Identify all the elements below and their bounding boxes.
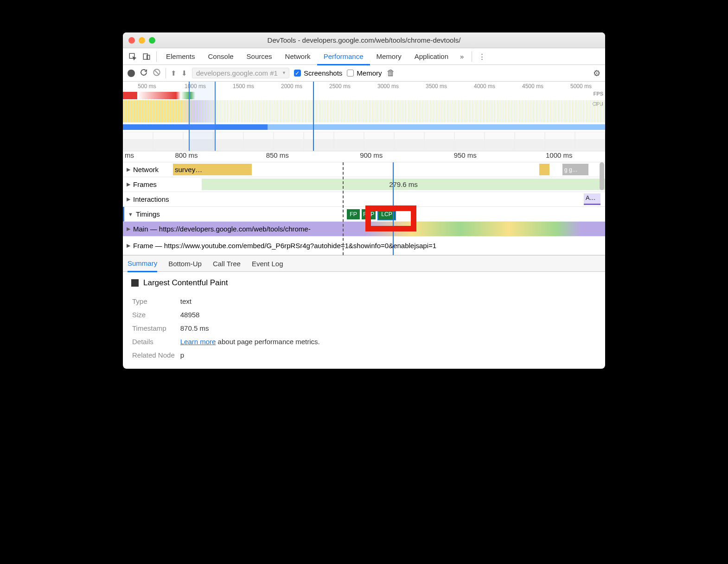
detail-ruler: ms 800 ms 850 ms 900 ms 950 ms 1000 ms — [123, 151, 605, 162]
interactions-track-label: Interactions — [133, 195, 169, 203]
inspect-icon[interactable] — [126, 50, 140, 64]
fullscreen-icon[interactable] — [149, 37, 155, 44]
timings-track[interactable]: ▼ Timings FP FCP LCP — [123, 207, 605, 222]
frame-duration-bar[interactable]: 279.6 ms — [202, 179, 605, 190]
playhead[interactable] — [393, 162, 394, 255]
chevron-right-icon: ▶ — [127, 243, 130, 249]
panel-tabs: Elements Console Sources Network Perform… — [123, 48, 605, 65]
save-profile-icon[interactable]: ⬇ — [181, 69, 187, 77]
fcp-marker[interactable]: FCP — [362, 209, 376, 219]
chevron-right-icon: ▶ — [127, 167, 130, 173]
tab-memory[interactable]: Memory — [370, 48, 408, 65]
tab-call-tree[interactable]: Call Tree — [213, 255, 241, 272]
separator — [472, 51, 472, 62]
memory-label: Memory — [357, 69, 382, 77]
main-track[interactable]: ▶ Main — https://developers.google.com/w… — [123, 222, 605, 237]
timings-track-label: Timings — [136, 210, 160, 218]
devtools-window: DevTools - developers.google.com/web/too… — [123, 32, 605, 369]
timeline-overview[interactable]: 500 ms 1000 ms 1500 ms 2000 ms 2500 ms 3… — [123, 82, 605, 151]
gg-block[interactable]: g g… — [562, 164, 588, 175]
chevron-right-icon: ▶ — [127, 181, 130, 187]
kebab-icon[interactable]: ⋮ — [475, 50, 489, 64]
clear-icon[interactable] — [153, 68, 161, 78]
check-icon — [347, 70, 354, 77]
tab-console[interactable]: Console — [202, 48, 240, 65]
tab-bottom-up[interactable]: Bottom-Up — [168, 255, 202, 272]
tab-performance[interactable]: Performance — [317, 49, 370, 65]
tab-application[interactable]: Application — [408, 48, 455, 65]
frames-track-label: Frames — [133, 180, 157, 188]
chevron-right-icon: ▶ — [127, 196, 130, 202]
tab-elements[interactable]: Elements — [160, 48, 202, 65]
tab-event-log[interactable]: Event Log — [252, 255, 283, 272]
recording-select[interactable]: developers.google.com #1 — [192, 68, 289, 78]
scrollbar-thumb[interactable] — [600, 162, 604, 190]
summary-properties: Typetext Size48958 Timestamp870.5 ms Det… — [131, 294, 326, 362]
titlebar: DevTools - developers.google.com/web/too… — [123, 32, 605, 48]
frame-track[interactable]: ▶ Frame — https://www.youtube.com/embed/… — [123, 237, 605, 255]
summary-panel: Largest Contentful Paint Typetext Size48… — [123, 272, 605, 369]
more-tabs-icon[interactable]: » — [455, 50, 469, 64]
window-title: DevTools - developers.google.com/web/too… — [123, 36, 605, 44]
overview-selection[interactable] — [189, 82, 216, 151]
device-toggle-icon[interactable] — [140, 50, 153, 64]
separator — [166, 68, 166, 78]
summary-title-text: Largest Contentful Paint — [143, 278, 228, 288]
check-icon: ✓ — [294, 70, 301, 77]
tab-sources[interactable]: Sources — [240, 48, 279, 65]
tab-summary[interactable]: Summary — [128, 256, 157, 272]
memory-checkbox[interactable]: Memory — [347, 69, 382, 77]
table-row: Size48958 — [132, 308, 325, 321]
load-profile-icon[interactable]: ⬆ — [171, 69, 177, 77]
overview-playhead — [313, 82, 314, 151]
tab-network[interactable]: Network — [279, 48, 317, 65]
screenshots-label: Screenshots — [304, 69, 342, 77]
chevron-right-icon: ▶ — [127, 226, 130, 232]
traffic-lights — [128, 37, 155, 44]
color-swatch-icon — [131, 279, 139, 287]
table-row: Timestamp870.5 ms — [132, 322, 325, 334]
trash-icon[interactable]: 🗑 — [387, 68, 395, 78]
flame-chart-area: ms 800 ms 850 ms 900 ms 950 ms 1000 ms ▶… — [123, 151, 605, 255]
minimize-icon[interactable] — [139, 37, 145, 44]
network-track-label: Network — [133, 166, 159, 173]
interactions-track[interactable]: ▶ Interactions A… — [123, 192, 605, 207]
summary-title: Largest Contentful Paint — [131, 278, 597, 288]
tracks: ▶ Network survey… g g… ▶ Frames 279.6 ms… — [123, 162, 605, 255]
network-item-2[interactable] — [539, 164, 549, 175]
gear-icon[interactable]: ⚙ — [593, 68, 600, 78]
frame-track-label: Frame — https://www.youtube.com/embed/G_… — [133, 242, 436, 250]
hover-marker — [343, 162, 344, 255]
learn-more-link[interactable]: Learn more — [180, 338, 216, 346]
table-row: Typetext — [132, 295, 325, 308]
close-icon[interactable] — [128, 37, 135, 44]
frames-track[interactable]: ▶ Frames 279.6 ms — [123, 177, 605, 192]
detail-panel-tabs: Summary Bottom-Up Call Tree Event Log — [123, 255, 605, 272]
reload-icon[interactable] — [140, 68, 148, 78]
network-item[interactable]: survey… — [173, 164, 252, 175]
network-track[interactable]: ▶ Network survey… g g… — [123, 162, 605, 177]
record-icon[interactable] — [128, 70, 135, 77]
interaction-a[interactable]: A… — [584, 193, 600, 205]
chevron-down-icon: ▼ — [128, 212, 133, 217]
table-row: Related Nodep — [132, 349, 325, 361]
separator — [156, 51, 157, 62]
screenshots-checkbox[interactable]: ✓ Screenshots — [294, 69, 342, 77]
fp-marker[interactable]: FP — [347, 209, 360, 219]
table-row: DetailsLearn more about page performance… — [132, 335, 325, 348]
performance-toolbar: ⬆ ⬇ developers.google.com #1 ✓ Screensho… — [123, 65, 605, 82]
main-track-label: Main — https://developers.google.com/web… — [133, 225, 311, 233]
